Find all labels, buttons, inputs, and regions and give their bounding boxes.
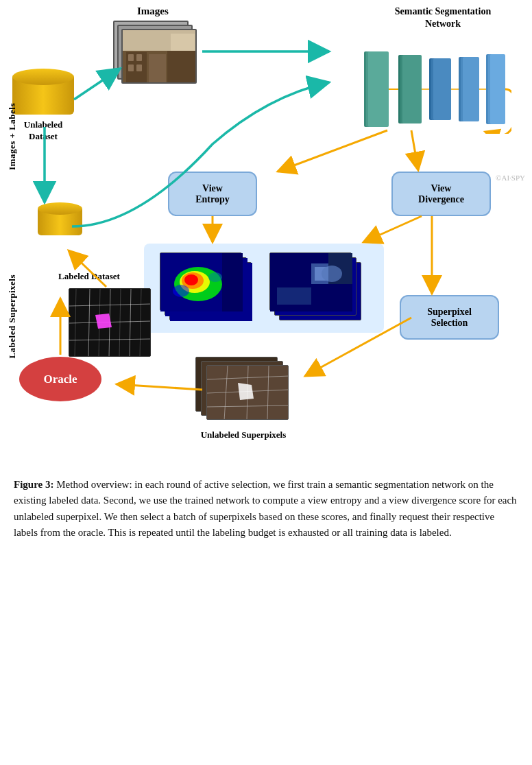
svg-rect-3	[149, 54, 166, 83]
labeled-dataset-small	[38, 202, 82, 237]
caption-figure: Figure 3:	[14, 479, 53, 490]
labeled-superpixels-img	[69, 288, 151, 357]
svg-rect-19	[433, 58, 451, 120]
unlabeled-sp-stack: Unlabeled Superpixels	[195, 357, 291, 425]
superpixel-selection-label: Superpixel Selection	[427, 307, 472, 329]
images-stack	[113, 21, 202, 89]
svg-rect-22	[463, 57, 479, 121]
labeled-superpixels-vertical: Labeled Superpixels	[7, 274, 18, 359]
divergence-heatmap-stack	[269, 252, 369, 325]
labeled-dataset-label: Labeled Dataset	[58, 271, 120, 282]
svg-rect-6	[136, 54, 142, 61]
svg-rect-13	[368, 51, 389, 127]
svg-point-49	[322, 266, 342, 282]
cyl-sm-top	[38, 202, 82, 215]
entropy-heatmap-stack	[160, 252, 259, 325]
heatmap-svg-front	[160, 253, 243, 311]
caption-text: Method overview: in each round of active…	[14, 479, 517, 538]
svg-rect-7	[128, 64, 134, 71]
cylinder-top	[12, 69, 74, 85]
view-divergence-label: View Divergence	[418, 183, 464, 205]
unlabeled-dataset-label: Unlabeled Dataset	[24, 119, 62, 143]
heatmap-front	[160, 252, 242, 311]
neural-network-svg	[361, 45, 511, 134]
svg-rect-16	[402, 55, 422, 123]
images-label: Images	[137, 5, 169, 17]
svg-rect-4	[167, 49, 196, 84]
svg-point-37	[184, 274, 198, 285]
svg-rect-40	[222, 253, 243, 311]
unlabeled-dataset: Unlabeled Dataset	[12, 69, 74, 143]
network-area	[361, 17, 511, 134]
unlabeled-dataset-cylinder	[12, 69, 74, 117]
view-entropy-box: View Entropy	[168, 172, 257, 216]
svg-rect-10	[171, 34, 195, 51]
room-image-svg	[123, 30, 197, 84]
img-card-front	[121, 29, 197, 84]
svg-rect-5	[128, 54, 134, 61]
oracle-ellipse: Oracle	[19, 357, 101, 401]
watermark: ©AI·SPY	[496, 174, 525, 182]
div-heatmap-front	[269, 252, 352, 311]
labeled-dataset-cylinder	[38, 202, 82, 237]
diagram-area: Unlabeled Dataset Images Seman	[0, 0, 532, 467]
svg-point-42	[208, 272, 222, 282]
div-heatmap-svg	[270, 253, 352, 311]
superpixel-selection-box: Superpixel Selection	[400, 295, 499, 340]
view-divergence-box: View Divergence	[391, 172, 491, 216]
labeled-sp-svg	[69, 289, 151, 357]
svg-rect-8	[136, 64, 142, 71]
sp-svg-front	[207, 366, 289, 420]
oracle-label: Oracle	[43, 373, 77, 386]
svg-rect-25	[490, 54, 505, 124]
sp-card-front	[206, 365, 289, 420]
svg-rect-46	[277, 287, 311, 305]
svg-point-41	[173, 285, 189, 297]
images-labels-vertical: Images + Labels	[7, 103, 18, 170]
view-entropy-label: View Entropy	[195, 183, 230, 205]
caption-area: Figure 3: Method overview: in each round…	[0, 467, 532, 548]
heatmap-area	[144, 244, 384, 333]
unlabeled-superpixels-label: Unlabeled Superpixels	[182, 429, 305, 440]
